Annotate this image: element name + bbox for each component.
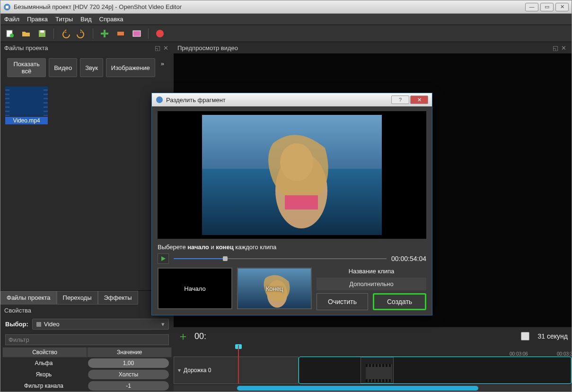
close-panel-icon[interactable]: ✕ (561, 44, 568, 51)
project-files-title: Файлы проекта ◱ ✕ (0, 42, 174, 53)
timeline-scrollbar[interactable] (174, 385, 572, 392)
filter-all[interactable]: Показать всё (7, 58, 46, 77)
dialog-timecode: 00:00:54:04 (391, 255, 426, 262)
svg-rect-16 (285, 195, 318, 209)
menubar: Файл Правка Титры Вид Справка (0, 14, 572, 25)
timeline: ＋ 00: 31 секунд 00:03:06 00:03:37 (174, 327, 572, 392)
clear-button[interactable]: Очистить (317, 293, 368, 310)
new-project-icon[interactable] (5, 29, 15, 38)
snap-toggle[interactable] (521, 332, 529, 340)
window-title: Безымянный проект [HDV 720 24p] - OpenSh… (14, 3, 182, 10)
dialog-close-button[interactable]: ✕ (410, 96, 428, 104)
open-project-icon[interactable] (21, 29, 31, 38)
project-files-area[interactable]: Video.mp4 (0, 82, 174, 290)
profile-icon[interactable] (116, 29, 125, 38)
svg-rect-9 (117, 30, 124, 32)
svg-rect-1 (6, 6, 9, 9)
timeline-ruler[interactable]: 00:03:06 00:03:37 (174, 345, 572, 357)
extra-button[interactable]: Дополнительно (317, 278, 426, 290)
table-row: ЯкорьХолсты (2, 369, 172, 380)
close-button[interactable]: ✕ (555, 3, 569, 11)
dialog-titlebar: Разделить фрагмент ? ✕ (152, 93, 432, 106)
table-row: Фильтр канала-1 (2, 380, 172, 392)
file-filter-tabs: Показать всё Видео Звук Изображение » (0, 53, 174, 82)
svg-rect-11 (133, 31, 141, 36)
svg-point-3 (10, 34, 14, 37)
clip-name-label: Название клипа (317, 268, 426, 275)
project-tabs: Файлы проекта Переходы Эффекты (0, 290, 174, 305)
end-thumb[interactable]: Конец (237, 268, 312, 309)
maximize-button[interactable]: ▭ (540, 3, 554, 11)
dialog-play-button[interactable] (158, 253, 169, 264)
svg-point-13 (156, 96, 163, 103)
split-clip-dialog: Разделить фрагмент ? ✕ Выберете начало (151, 93, 432, 315)
chevron-down-icon[interactable]: ▾ (178, 367, 181, 374)
dialog-preview (158, 111, 426, 239)
minimize-button[interactable]: — (525, 3, 538, 11)
filter-video[interactable]: Видео (49, 58, 77, 77)
dialog-help-button[interactable]: ? (391, 96, 409, 104)
dialog-slider[interactable] (174, 256, 387, 261)
menu-file[interactable]: Файл (4, 16, 19, 23)
select-label: Выбор: (5, 321, 28, 328)
start-thumb[interactable]: Начало (158, 268, 232, 309)
filter-more[interactable]: » (158, 58, 167, 77)
dialog-instructions: Выберете начало и конец каждого клипа (158, 244, 426, 251)
menu-help[interactable]: Справка (99, 16, 123, 23)
dialog-title: Разделить фрагмент (166, 96, 226, 104)
track-body[interactable]: Video.mp4 (299, 357, 572, 384)
export-icon[interactable] (155, 29, 165, 38)
select-combo[interactable]: Video ▾ (32, 319, 169, 330)
track-header[interactable]: ▾ Дорожка 0 (174, 357, 299, 384)
close-panel-icon[interactable]: ✕ (163, 44, 170, 51)
menu-titles[interactable]: Титры (55, 16, 73, 23)
undo-icon[interactable] (61, 29, 70, 38)
filter-audio[interactable]: Звук (80, 58, 103, 77)
menu-view[interactable]: Вид (80, 16, 92, 23)
col-value: Значение (87, 347, 172, 357)
redo-icon[interactable] (77, 29, 86, 38)
filter-input[interactable]: Фильтр (5, 334, 169, 345)
import-icon[interactable] (100, 29, 109, 38)
col-property: Свойство (2, 347, 87, 357)
project-file-label: Video.mp4 (5, 117, 48, 124)
fullscreen-icon[interactable] (132, 29, 141, 38)
titlebar: Безымянный проект [HDV 720 24p] - OpenSh… (0, 0, 572, 14)
properties-table: Свойство Значение Альфа1,00 ЯкорьХолсты … (2, 347, 172, 392)
project-file-item[interactable]: Video.mp4 (5, 87, 48, 124)
dock-icon[interactable]: ◱ (553, 44, 559, 51)
svg-rect-7 (101, 33, 108, 35)
properties-title: Свойства ◱ ✕ (0, 305, 174, 316)
save-project-icon[interactable] (37, 29, 47, 38)
svg-point-12 (156, 30, 164, 37)
tab-project-files[interactable]: Файлы проекта (0, 291, 57, 305)
filter-image[interactable]: Изображение (106, 58, 155, 77)
preview-title: Предпросмотр видео ◱ ✕ (174, 42, 572, 53)
toolbar (0, 25, 572, 42)
dock-icon[interactable]: ◱ (155, 44, 161, 51)
svg-rect-5 (40, 30, 44, 33)
tab-transitions[interactable]: Переходы (57, 291, 98, 305)
menu-edit[interactable]: Правка (27, 16, 48, 23)
table-row: Альфа1,00 (2, 357, 172, 369)
zoom-seconds: 31 секунд (538, 332, 568, 340)
svg-rect-10 (117, 35, 124, 37)
tab-effects[interactable]: Эффекты (98, 291, 138, 305)
create-button[interactable]: Создать (373, 293, 426, 310)
add-track-button[interactable]: ＋ (177, 329, 189, 344)
timeline-clip[interactable] (361, 357, 394, 383)
timeline-cursor: 00: (194, 331, 206, 341)
